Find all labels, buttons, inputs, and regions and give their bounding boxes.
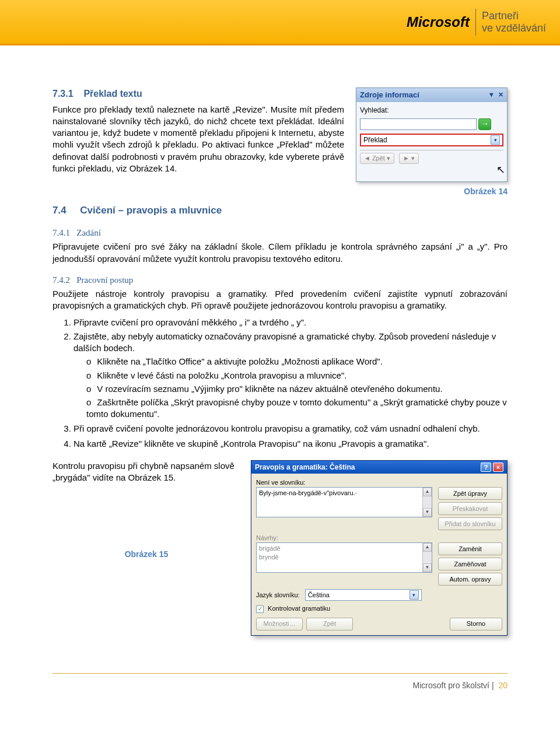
back-dropdown-icon: ▾ xyxy=(387,154,390,163)
undo-button[interactable]: Zpět xyxy=(306,618,353,631)
source-select[interactable]: Překlad ▾ xyxy=(360,134,503,146)
heading-7-4: 7.4 Cvičení – pravopis a mluvnice xyxy=(52,204,508,218)
step-3: Při opravě cvičení povolte jednorázovou … xyxy=(74,423,508,435)
search-input[interactable] xyxy=(360,118,477,130)
change-all-button[interactable]: Zaměňovat xyxy=(438,558,502,570)
step-1: Připravte cvičení pro opravování měkkého… xyxy=(74,317,508,328)
para-7-4-2: Použijete nástroje kontroly pravopisu a … xyxy=(52,288,508,312)
step-2b: Klikněte v levé části na položku „Kontro… xyxy=(86,370,508,381)
partner-line1: Partneři xyxy=(482,10,546,22)
para-7-4-1: Připravujete cvičení pro své žáky na zák… xyxy=(52,241,508,265)
header-bar: Microsoft Partneři ve vzdělávání xyxy=(0,0,560,45)
steps-list: Připravte cvičení pro opravování měkkého… xyxy=(74,317,508,457)
cursor-icon: ↖ xyxy=(496,163,560,177)
lang-dropdown-icon[interactable]: ▾ xyxy=(410,590,419,600)
page-footer: Microsoft pro školství | 20 xyxy=(0,678,560,702)
heading-7-4-2: 7.4.2 Pracovní postup xyxy=(52,274,508,286)
skip-button[interactable]: Přeskakovat xyxy=(438,502,502,515)
grammar-checkbox-label: Kontrolovat gramatiku xyxy=(268,605,330,612)
label-suggestions: Návrhy: xyxy=(256,534,502,542)
step-2d: Zaškrtněte políčka „Skrýt pravopisné chy… xyxy=(86,397,508,421)
heading-7-3-1: 7.3.1 Překlad textu xyxy=(52,87,344,100)
forward-arrow-icon: ► xyxy=(403,154,410,163)
spelling-dialog: Pravopis a gramatika: Čeština ? × Není v… xyxy=(251,460,508,636)
brand-block: Microsoft Partneři ve vzdělávání xyxy=(407,9,546,36)
scroll-down-icon[interactable]: ▼ xyxy=(423,508,432,517)
suggestions-listbox[interactable]: brigádě bryndě ▲ ▼ xyxy=(256,542,432,573)
dialog-close-icon[interactable]: × xyxy=(493,463,503,472)
dialog-titlebar: Pravopis a gramatika: Čeština ? × xyxy=(251,461,507,474)
pane-titlebar: Zdroje informací ▼ ✕ xyxy=(356,88,507,102)
search-label: Vyhledat: xyxy=(360,106,503,115)
step-2a: Klikněte na „Tlačítko Office" a aktivujt… xyxy=(86,356,508,367)
step-2c: V rozevíracím seznamu „Výjimky pro" klik… xyxy=(86,383,508,395)
dialog-title: Pravopis a gramatika: Čeština xyxy=(255,463,355,472)
scrollbar[interactable]: ▲ ▼ xyxy=(422,488,432,517)
page-content: 7.3.1 Překlad textu Funkce pro překlady … xyxy=(0,45,560,659)
change-button[interactable]: Zaměnit xyxy=(438,542,502,555)
forward-button[interactable]: ► ▾ xyxy=(399,153,419,164)
language-select[interactable]: Čeština ▾ xyxy=(305,589,422,601)
step-4: Na kartě „Revize" klikněte ve skupině „K… xyxy=(74,438,508,457)
label-not-in-dict: Není ve slovníku: xyxy=(256,478,502,487)
autocorrect-button[interactable]: Autom. opravy xyxy=(438,573,502,586)
add-to-dict-button[interactable]: Přidat do slovníku xyxy=(438,517,502,530)
cancel-button[interactable]: Storno xyxy=(450,618,502,631)
step-2: Zajistěte, aby nebyly automaticky označo… xyxy=(74,331,508,421)
caption-14: Obrázek 14 xyxy=(464,187,508,196)
options-button[interactable]: Možnosti… xyxy=(256,618,303,631)
divider xyxy=(475,9,476,36)
para-7-3-1: Funkce pro překlady textů naleznete na k… xyxy=(52,104,344,175)
dropdown-icon[interactable]: ▾ xyxy=(491,135,500,145)
back-arrow-icon: ◄ xyxy=(364,154,370,163)
scrollbar-2[interactable]: ▲ ▼ xyxy=(422,543,432,572)
undo-edits-button[interactable]: Zpět úpravy xyxy=(438,487,502,500)
heading-7-4-1: 7.4.1 Zadání xyxy=(52,227,508,239)
suggestion-2[interactable]: bryndě xyxy=(259,553,429,562)
dialog-help-icon[interactable]: ? xyxy=(481,463,491,472)
footer-rule xyxy=(52,673,508,674)
error-textarea[interactable]: Byly-jsme-na-brygádě-v"pivovaru.· ▲ ▼ xyxy=(256,487,432,517)
caption-15: Obrázek 15 xyxy=(125,549,169,559)
scroll-down-icon-2[interactable]: ▼ xyxy=(423,563,432,572)
tail-para: Kontrolu pravopisu při chybně napsaném s… xyxy=(52,460,240,484)
label-lang: Jazyk slovníku: xyxy=(256,591,300,598)
go-button[interactable]: → xyxy=(478,118,491,130)
pane-menu-icon[interactable]: ▼ xyxy=(488,90,495,99)
scroll-up-icon-2[interactable]: ▲ xyxy=(423,543,432,552)
pane-title-text: Zdroje informací xyxy=(360,90,419,100)
source-select-value: Překlad xyxy=(363,135,387,145)
suggestion-1[interactable]: brigádě xyxy=(259,544,429,553)
microsoft-logo: Microsoft xyxy=(407,14,470,30)
scroll-up-icon[interactable]: ▲ xyxy=(423,488,432,496)
partner-text: Partneři ve vzdělávání xyxy=(482,10,546,34)
pane-close-icon[interactable]: ✕ xyxy=(498,90,503,99)
partner-line2: ve vzdělávání xyxy=(482,22,546,34)
research-pane: Zdroje informací ▼ ✕ Vyhledat: → Překlad… xyxy=(356,87,508,182)
back-button[interactable]: ◄ Zpět ▾ xyxy=(360,153,394,164)
forward-dropdown-icon: ▾ xyxy=(411,154,415,163)
grammar-checkbox[interactable]: ✓ xyxy=(256,605,264,613)
